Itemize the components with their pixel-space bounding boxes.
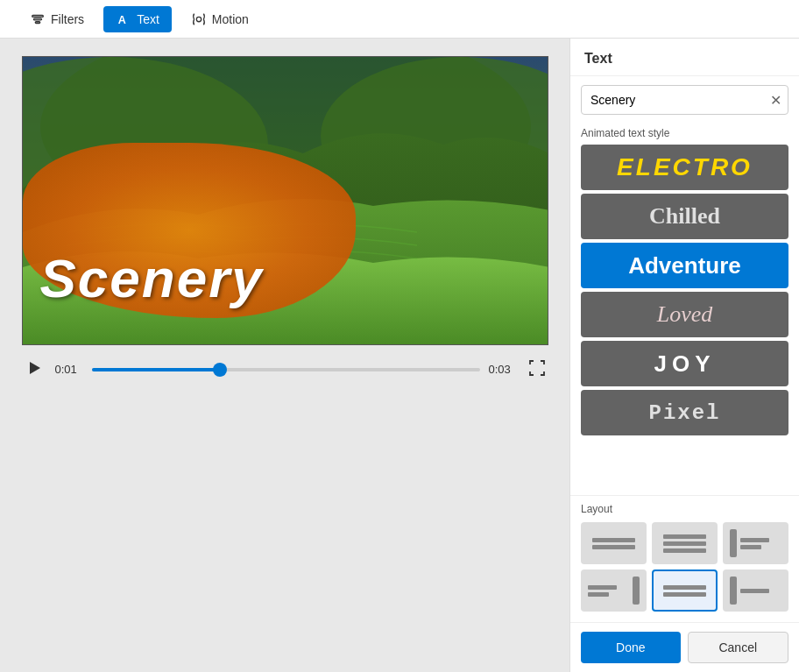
- layout-item-4[interactable]: [581, 569, 647, 612]
- layout-grid: [581, 522, 788, 612]
- svg-rect-1: [34, 18, 42, 20]
- search-clear-button[interactable]: ✕: [770, 92, 781, 109]
- main-layout: Scenery 0:01 0:03: [0, 39, 799, 672]
- style-electro[interactable]: ELECTRO: [581, 145, 788, 190]
- video-text-overlay: Scenery: [40, 247, 264, 309]
- layout-item-1[interactable]: [581, 522, 647, 564]
- layout-section: Layout: [570, 495, 799, 622]
- current-time: 0:01: [55, 363, 83, 376]
- filters-icon: [30, 11, 46, 27]
- total-time: 0:03: [489, 363, 517, 376]
- animated-style-label: Animated text style: [570, 124, 799, 145]
- text-styles-list: ELECTRO Chilled Adventure Loved JOY Pixe…: [570, 145, 799, 495]
- layout-item-3[interactable]: [723, 522, 788, 564]
- seek-track[interactable]: [92, 368, 480, 371]
- style-chilled[interactable]: Chilled: [581, 194, 788, 239]
- svg-text:A: A: [118, 14, 126, 26]
- fullscreen-button[interactable]: [526, 357, 548, 382]
- video-area: Scenery 0:01 0:03: [0, 39, 569, 672]
- video-background: Scenery: [23, 57, 548, 344]
- svg-marker-9: [30, 362, 40, 374]
- panel-title: Text: [570, 39, 799, 76]
- seek-thumb[interactable]: [213, 363, 227, 377]
- fullscreen-icon: [529, 360, 545, 376]
- play-icon: [25, 359, 43, 377]
- style-loved[interactable]: Loved: [581, 292, 788, 337]
- layout-label: Layout: [581, 503, 788, 515]
- layout-item-6[interactable]: [723, 569, 788, 612]
- search-box: ✕: [581, 85, 788, 115]
- video-player: Scenery: [22, 56, 548, 345]
- search-input[interactable]: [581, 85, 788, 115]
- svg-rect-2: [35, 21, 39, 23]
- text-button[interactable]: A Text: [103, 6, 172, 32]
- text-icon: A: [116, 11, 131, 27]
- playback-bar: 0:01 0:03: [22, 345, 548, 393]
- layout-item-2[interactable]: [652, 522, 718, 564]
- done-button[interactable]: Done: [581, 632, 681, 663]
- style-pixel[interactable]: Pixel: [581, 390, 788, 435]
- svg-rect-0: [32, 15, 44, 17]
- motion-icon: [191, 11, 207, 27]
- layout-item-5[interactable]: [652, 569, 718, 612]
- style-adventure[interactable]: Adventure: [581, 243, 788, 288]
- svg-point-4: [196, 17, 201, 21]
- motion-button[interactable]: Motion: [179, 6, 261, 32]
- toolbar: Filters A Text Motion: [0, 0, 799, 39]
- play-button[interactable]: [22, 356, 46, 383]
- bottom-buttons: Done Cancel: [570, 622, 799, 672]
- seek-fill: [92, 368, 220, 371]
- filters-button[interactable]: Filters: [18, 6, 96, 32]
- right-panel: Text ✕ Animated text style ELECTRO Chill…: [569, 39, 799, 672]
- cancel-button[interactable]: Cancel: [688, 632, 789, 663]
- style-joy[interactable]: JOY: [581, 341, 788, 386]
